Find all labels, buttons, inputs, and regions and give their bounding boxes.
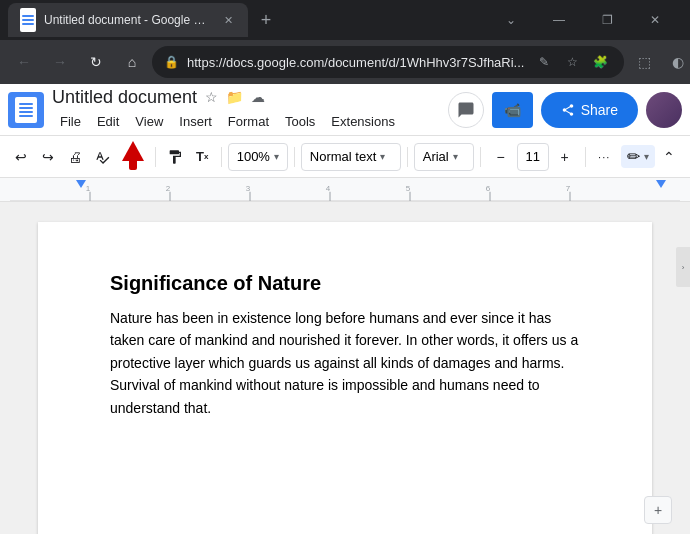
cloud-save-icon[interactable]: ☁ [251, 89, 265, 105]
toolbar-separator-5 [480, 147, 481, 167]
avatar-image [646, 92, 682, 128]
style-selector[interactable]: Normal text ▾ [301, 143, 401, 171]
font-selector[interactable]: Arial ▾ [414, 143, 474, 171]
edit-url-icon[interactable]: ✎ [532, 50, 556, 74]
avatar[interactable] [646, 92, 682, 128]
extensions-menu[interactable]: Extensions [323, 110, 403, 133]
close-button[interactable]: ✕ [632, 4, 678, 36]
maximize-button[interactable]: ❐ [584, 4, 630, 36]
style-chevron-icon: ▾ [380, 151, 385, 162]
scroll-down-button[interactable]: + [644, 496, 672, 524]
doc-page: Significance of Nature Nature has been i… [38, 222, 652, 534]
toolbar-separator-1 [155, 147, 156, 167]
meet-video-icon: 📹 [504, 102, 521, 118]
forward-button[interactable]: → [44, 46, 76, 78]
share-icon [561, 103, 575, 117]
red-arrow-indicator [117, 139, 149, 175]
svg-text:1: 1 [86, 184, 91, 193]
profile-icon[interactable]: ◐ [662, 46, 690, 78]
home-button[interactable]: ⌂ [116, 46, 148, 78]
decrease-font-size-button[interactable]: − [487, 143, 515, 171]
doc-paragraph: Nature has been in existence long before… [110, 307, 580, 419]
svg-text:4: 4 [326, 184, 331, 193]
font-size-input[interactable] [517, 143, 549, 171]
chevron-down-icon[interactable]: ⌄ [488, 4, 534, 36]
url-bar[interactable]: 🔒 https://docs.google.com/document/d/1Wh… [152, 46, 624, 78]
ruler-markings: 1 2 3 4 5 6 7 [10, 178, 680, 201]
doc-title-section: Untitled document ☆ 📁 ☁ File Edit View I… [52, 87, 440, 133]
more-options-button[interactable]: ··· [592, 143, 617, 171]
print-button[interactable]: 🖨 [62, 143, 87, 171]
insert-menu[interactable]: Insert [171, 110, 220, 133]
header-actions: 📹 Share [448, 92, 682, 128]
url-actions: ✎ ☆ 🧩 [532, 50, 612, 74]
zoom-value: 100% [237, 149, 270, 164]
toolbar-separator-3 [294, 147, 295, 167]
toolbar-separator-4 [407, 147, 408, 167]
file-menu[interactable]: File [52, 110, 89, 133]
minimize-button[interactable]: — [536, 4, 582, 36]
back-button[interactable]: ← [8, 46, 40, 78]
font-size-controls: − + [487, 143, 579, 171]
share-button[interactable]: Share [541, 92, 638, 128]
edit-mode-chevron-icon: ▾ [644, 151, 649, 162]
svg-text:7: 7 [566, 184, 571, 193]
doc-content-area[interactable]: Significance of Nature Nature has been i… [110, 272, 580, 419]
font-value: Arial [423, 149, 449, 164]
svg-text:6: 6 [486, 184, 491, 193]
scroll-controls: + [644, 496, 672, 524]
comment-button[interactable] [448, 92, 484, 128]
lock-icon: 🔒 [164, 55, 179, 69]
active-tab[interactable]: Untitled document - Google Doc... ✕ [8, 3, 248, 37]
view-menu[interactable]: View [127, 110, 171, 133]
toolbar-separator-6 [585, 147, 586, 167]
extension-icon[interactable]: 🧩 [588, 50, 612, 74]
doc-title: Untitled document ☆ 📁 ☁ [52, 87, 440, 108]
paint-format-button[interactable] [162, 143, 187, 171]
zoom-chevron-icon: ▾ [274, 151, 279, 162]
toolbar: ↩ ↪ 🖨 Tx 100% ▾ Normal text ▾ Arial [0, 136, 690, 178]
doc-title-text[interactable]: Untitled document [52, 87, 197, 108]
doc-body: Significance of Nature Nature has been i… [0, 202, 690, 534]
left-tab-stop[interactable] [76, 180, 86, 188]
tools-menu[interactable]: Tools [277, 110, 323, 133]
clear-formatting-button[interactable]: Tx [190, 143, 215, 171]
doc-heading: Significance of Nature [110, 272, 580, 295]
redo-button[interactable]: ↪ [35, 143, 60, 171]
side-expand-button[interactable]: › [676, 247, 690, 287]
share-label: Share [581, 102, 618, 118]
url-text: https://docs.google.com/document/d/1WhHh… [187, 55, 524, 70]
meet-button[interactable]: 📹 [492, 92, 533, 128]
cast-icon[interactable]: ⬚ [628, 46, 660, 78]
doc-menu: File Edit View Insert Format Tools Exten… [52, 110, 440, 133]
edit-menu[interactable]: Edit [89, 110, 127, 133]
collapse-toolbar-button[interactable]: ⌃ [657, 143, 682, 171]
refresh-button[interactable]: ↻ [80, 46, 112, 78]
browser-actions: ⬚ ◐ ⋮ [628, 46, 690, 78]
svg-text:2: 2 [166, 184, 171, 193]
star-icon[interactable]: ☆ [205, 89, 218, 105]
right-tab-stop[interactable] [656, 180, 666, 188]
tab-title: Untitled document - Google Doc... [44, 13, 212, 27]
docs-app: Untitled document ☆ 📁 ☁ File Edit View I… [0, 84, 690, 534]
new-tab-button[interactable]: + [252, 6, 280, 34]
format-menu[interactable]: Format [220, 110, 277, 133]
bookmark-icon[interactable]: ☆ [560, 50, 584, 74]
tab-bar: Untitled document - Google Doc... ✕ + ⌄ … [0, 0, 690, 40]
docs-logo [8, 92, 44, 128]
spellcheck-button[interactable] [90, 143, 115, 171]
svg-text:3: 3 [246, 184, 251, 193]
undo-button[interactable]: ↩ [8, 143, 33, 171]
edit-mode-selector[interactable]: ✏ ▾ [621, 145, 655, 168]
address-bar: ← → ↻ ⌂ 🔒 https://docs.google.com/docume… [0, 40, 690, 84]
docs-favicon-icon [20, 8, 36, 32]
font-chevron-icon: ▾ [453, 151, 458, 162]
tab-close-button[interactable]: ✕ [220, 12, 236, 28]
move-to-icon[interactable]: 📁 [226, 89, 243, 105]
increase-font-size-button[interactable]: + [551, 143, 579, 171]
zoom-selector[interactable]: 100% ▾ [228, 143, 288, 171]
window-controls: ⌄ — ❐ ✕ [488, 4, 682, 36]
ruler: 1 2 3 4 5 6 7 [0, 178, 690, 202]
pencil-icon: ✏ [627, 147, 640, 166]
style-value: Normal text [310, 149, 376, 164]
